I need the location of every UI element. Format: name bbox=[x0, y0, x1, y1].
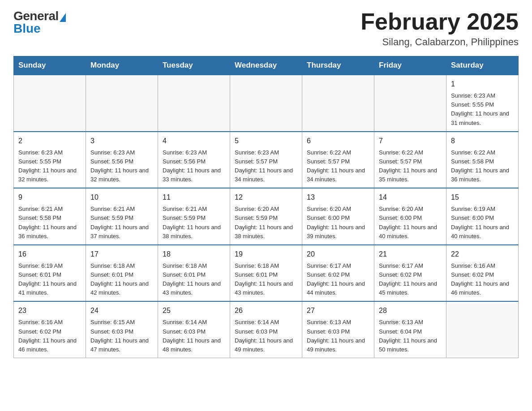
day-info: Sunrise: 6:22 AMSunset: 5:58 PMDaylight:… bbox=[451, 148, 514, 184]
table-row bbox=[14, 75, 86, 132]
day-number: 13 bbox=[307, 192, 369, 203]
table-row: 3Sunrise: 6:23 AMSunset: 5:56 PMDaylight… bbox=[86, 132, 158, 188]
table-row: 8Sunrise: 6:22 AMSunset: 5:58 PMDaylight… bbox=[446, 132, 519, 188]
day-number: 10 bbox=[90, 192, 153, 203]
day-number: 11 bbox=[163, 192, 225, 203]
header-thursday: Thursday bbox=[302, 56, 374, 75]
day-info: Sunrise: 6:20 AMSunset: 5:59 PMDaylight:… bbox=[235, 205, 297, 241]
day-info: Sunrise: 6:13 AMSunset: 6:03 PMDaylight:… bbox=[307, 318, 369, 354]
day-number: 17 bbox=[90, 249, 153, 260]
table-row: 25Sunrise: 6:14 AMSunset: 6:03 PMDayligh… bbox=[158, 301, 230, 358]
day-info: Sunrise: 6:17 AMSunset: 6:02 PMDaylight:… bbox=[307, 261, 369, 298]
table-row: 9Sunrise: 6:21 AMSunset: 5:58 PMDaylight… bbox=[14, 188, 86, 245]
logo-blue-text: Blue bbox=[13, 21, 41, 36]
day-info: Sunrise: 6:15 AMSunset: 6:03 PMDaylight:… bbox=[90, 318, 153, 354]
day-number: 9 bbox=[18, 192, 81, 203]
table-row: 17Sunrise: 6:18 AMSunset: 6:01 PMDayligh… bbox=[86, 245, 158, 302]
day-info: Sunrise: 6:22 AMSunset: 5:57 PMDaylight:… bbox=[379, 148, 442, 184]
day-number: 1 bbox=[451, 79, 514, 90]
table-row bbox=[230, 75, 302, 132]
day-info: Sunrise: 6:23 AMSunset: 5:55 PMDaylight:… bbox=[451, 91, 514, 128]
table-row: 22Sunrise: 6:16 AMSunset: 6:02 PMDayligh… bbox=[446, 245, 519, 302]
day-number: 6 bbox=[307, 136, 369, 146]
day-info: Sunrise: 6:21 AMSunset: 5:59 PMDaylight:… bbox=[163, 205, 225, 241]
day-info: Sunrise: 6:20 AMSunset: 6:00 PMDaylight:… bbox=[379, 205, 442, 241]
day-number: 20 bbox=[307, 249, 369, 260]
table-row bbox=[158, 75, 230, 132]
day-info: Sunrise: 6:23 AMSunset: 5:56 PMDaylight:… bbox=[90, 148, 153, 184]
table-row: 19Sunrise: 6:18 AMSunset: 6:01 PMDayligh… bbox=[230, 245, 302, 302]
logo: General Blue bbox=[13, 9, 66, 36]
day-info: Sunrise: 6:13 AMSunset: 6:04 PMDaylight:… bbox=[379, 318, 442, 354]
table-row: 23Sunrise: 6:16 AMSunset: 6:02 PMDayligh… bbox=[14, 301, 86, 358]
day-info: Sunrise: 6:16 AMSunset: 6:02 PMDaylight:… bbox=[18, 318, 81, 354]
logo-triangle-icon bbox=[60, 13, 66, 22]
calendar-title: February 2025 bbox=[360, 9, 519, 34]
table-row: 14Sunrise: 6:20 AMSunset: 6:00 PMDayligh… bbox=[374, 188, 446, 245]
day-number: 24 bbox=[90, 305, 153, 316]
day-number: 21 bbox=[379, 249, 442, 260]
day-info: Sunrise: 6:18 AMSunset: 6:01 PMDaylight:… bbox=[90, 261, 153, 298]
day-number: 15 bbox=[451, 192, 514, 203]
table-row: 16Sunrise: 6:19 AMSunset: 6:01 PMDayligh… bbox=[14, 245, 86, 302]
week-row-2: 2Sunrise: 6:23 AMSunset: 5:55 PMDaylight… bbox=[14, 132, 519, 188]
table-row bbox=[302, 75, 374, 132]
day-number: 27 bbox=[307, 305, 369, 316]
week-row-4: 16Sunrise: 6:19 AMSunset: 6:01 PMDayligh… bbox=[14, 245, 519, 302]
table-row bbox=[86, 75, 158, 132]
table-row: 11Sunrise: 6:21 AMSunset: 5:59 PMDayligh… bbox=[158, 188, 230, 245]
day-info: Sunrise: 6:21 AMSunset: 5:59 PMDaylight:… bbox=[90, 205, 153, 241]
day-number: 23 bbox=[18, 305, 81, 316]
day-info: Sunrise: 6:19 AMSunset: 6:01 PMDaylight:… bbox=[18, 261, 81, 298]
day-info: Sunrise: 6:23 AMSunset: 5:55 PMDaylight:… bbox=[18, 148, 81, 184]
day-info: Sunrise: 6:18 AMSunset: 6:01 PMDaylight:… bbox=[235, 261, 297, 298]
table-row: 27Sunrise: 6:13 AMSunset: 6:03 PMDayligh… bbox=[302, 301, 374, 358]
table-row: 18Sunrise: 6:18 AMSunset: 6:01 PMDayligh… bbox=[158, 245, 230, 302]
table-row: 7Sunrise: 6:22 AMSunset: 5:57 PMDaylight… bbox=[374, 132, 446, 188]
weekday-header-row: Sunday Monday Tuesday Wednesday Thursday… bbox=[14, 56, 519, 75]
day-number: 2 bbox=[18, 136, 81, 146]
day-number: 7 bbox=[379, 136, 442, 146]
table-row: 24Sunrise: 6:15 AMSunset: 6:03 PMDayligh… bbox=[86, 301, 158, 358]
day-number: 4 bbox=[163, 136, 225, 146]
day-number: 5 bbox=[235, 136, 297, 146]
day-info: Sunrise: 6:23 AMSunset: 5:56 PMDaylight:… bbox=[163, 148, 225, 184]
table-row: 4Sunrise: 6:23 AMSunset: 5:56 PMDaylight… bbox=[158, 132, 230, 188]
day-info: Sunrise: 6:18 AMSunset: 6:01 PMDaylight:… bbox=[163, 261, 225, 298]
header-tuesday: Tuesday bbox=[158, 56, 230, 75]
day-number: 16 bbox=[18, 249, 81, 260]
day-number: 26 bbox=[235, 305, 297, 316]
day-info: Sunrise: 6:17 AMSunset: 6:02 PMDaylight:… bbox=[379, 261, 442, 298]
table-row: 10Sunrise: 6:21 AMSunset: 5:59 PMDayligh… bbox=[86, 188, 158, 245]
day-number: 28 bbox=[379, 305, 442, 316]
day-info: Sunrise: 6:16 AMSunset: 6:02 PMDaylight:… bbox=[451, 261, 514, 298]
table-row: 20Sunrise: 6:17 AMSunset: 6:02 PMDayligh… bbox=[302, 245, 374, 302]
day-info: Sunrise: 6:23 AMSunset: 5:57 PMDaylight:… bbox=[235, 148, 297, 184]
location-subtitle: Silang, Calabarzon, Philippines bbox=[360, 36, 519, 48]
day-number: 8 bbox=[451, 136, 514, 146]
table-row: 1Sunrise: 6:23 AMSunset: 5:55 PMDaylight… bbox=[446, 75, 519, 132]
day-number: 14 bbox=[379, 192, 442, 203]
title-block: February 2025 Silang, Calabarzon, Philip… bbox=[360, 9, 519, 48]
day-info: Sunrise: 6:14 AMSunset: 6:03 PMDaylight:… bbox=[163, 318, 225, 354]
table-row: 15Sunrise: 6:19 AMSunset: 6:00 PMDayligh… bbox=[446, 188, 519, 245]
day-number: 25 bbox=[163, 305, 225, 316]
page-header: General Blue February 2025 Silang, Calab… bbox=[13, 9, 519, 48]
table-row: 2Sunrise: 6:23 AMSunset: 5:55 PMDaylight… bbox=[14, 132, 86, 188]
table-row: 13Sunrise: 6:20 AMSunset: 6:00 PMDayligh… bbox=[302, 188, 374, 245]
week-row-5: 23Sunrise: 6:16 AMSunset: 6:02 PMDayligh… bbox=[14, 301, 519, 358]
header-sunday: Sunday bbox=[14, 56, 86, 75]
week-row-1: 1Sunrise: 6:23 AMSunset: 5:55 PMDaylight… bbox=[14, 75, 519, 132]
day-number: 12 bbox=[235, 192, 297, 203]
day-info: Sunrise: 6:14 AMSunset: 6:03 PMDaylight:… bbox=[235, 318, 297, 354]
day-info: Sunrise: 6:19 AMSunset: 6:00 PMDaylight:… bbox=[451, 205, 514, 241]
table-row: 28Sunrise: 6:13 AMSunset: 6:04 PMDayligh… bbox=[374, 301, 446, 358]
week-row-3: 9Sunrise: 6:21 AMSunset: 5:58 PMDaylight… bbox=[14, 188, 519, 245]
table-row: 21Sunrise: 6:17 AMSunset: 6:02 PMDayligh… bbox=[374, 245, 446, 302]
day-number: 22 bbox=[451, 249, 514, 260]
table-row bbox=[374, 75, 446, 132]
table-row: 6Sunrise: 6:22 AMSunset: 5:57 PMDaylight… bbox=[302, 132, 374, 188]
header-monday: Monday bbox=[86, 56, 158, 75]
table-row: 12Sunrise: 6:20 AMSunset: 5:59 PMDayligh… bbox=[230, 188, 302, 245]
table-row: 26Sunrise: 6:14 AMSunset: 6:03 PMDayligh… bbox=[230, 301, 302, 358]
